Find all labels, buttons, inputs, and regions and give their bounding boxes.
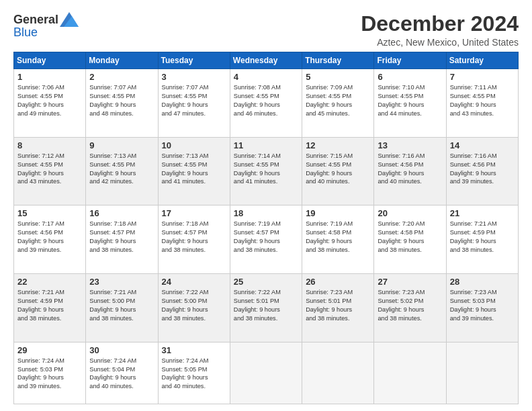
calendar-week-row: 8Sunrise: 7:12 AM Sunset: 4:55 PM Daylig… bbox=[14, 137, 519, 205]
day-info: Sunrise: 7:13 AM Sunset: 4:55 PM Dayligh… bbox=[89, 152, 154, 187]
table-row: 29Sunrise: 7:24 AM Sunset: 5:03 PM Dayli… bbox=[14, 342, 86, 404]
day-info: Sunrise: 7:07 AM Sunset: 4:55 PM Dayligh… bbox=[89, 83, 154, 118]
day-info: Sunrise: 7:20 AM Sunset: 4:58 PM Dayligh… bbox=[378, 220, 443, 255]
day-number: 20 bbox=[378, 208, 443, 218]
table-row: 16Sunrise: 7:18 AM Sunset: 4:57 PM Dayli… bbox=[86, 205, 158, 274]
day-info: Sunrise: 7:17 AM Sunset: 4:56 PM Dayligh… bbox=[17, 220, 83, 255]
logo-text: General bbox=[13, 12, 79, 27]
day-number: 12 bbox=[306, 140, 371, 150]
day-info: Sunrise: 7:23 AM Sunset: 5:01 PM Dayligh… bbox=[306, 288, 371, 323]
day-info: Sunrise: 7:09 AM Sunset: 4:55 PM Dayligh… bbox=[306, 83, 371, 118]
table-row: 9Sunrise: 7:13 AM Sunset: 4:55 PM Daylig… bbox=[86, 137, 158, 205]
table-row: 4Sunrise: 7:08 AM Sunset: 4:55 PM Daylig… bbox=[230, 69, 302, 138]
day-number: 30 bbox=[89, 345, 154, 355]
header-friday: Friday bbox=[374, 52, 446, 69]
day-info: Sunrise: 7:22 AM Sunset: 5:01 PM Dayligh… bbox=[234, 288, 299, 323]
table-row: 8Sunrise: 7:12 AM Sunset: 4:55 PM Daylig… bbox=[14, 137, 86, 205]
logo-general: General bbox=[13, 13, 58, 27]
page: General Blue December 2024 Aztec, New Me… bbox=[0, 0, 532, 411]
day-info: Sunrise: 7:21 AM Sunset: 5:00 PM Dayligh… bbox=[89, 288, 154, 323]
table-row: 26Sunrise: 7:23 AM Sunset: 5:01 PM Dayli… bbox=[302, 274, 374, 342]
header-thursday: Thursday bbox=[302, 52, 374, 69]
day-number: 6 bbox=[378, 72, 443, 82]
day-number: 23 bbox=[89, 277, 154, 287]
day-number: 10 bbox=[162, 140, 227, 150]
table-row: 11Sunrise: 7:14 AM Sunset: 4:55 PM Dayli… bbox=[230, 137, 302, 205]
day-number: 1 bbox=[17, 72, 83, 82]
day-info: Sunrise: 7:19 AM Sunset: 4:58 PM Dayligh… bbox=[306, 220, 371, 255]
title-block: December 2024 Aztec, New Mexico, United … bbox=[361, 12, 519, 48]
day-info: Sunrise: 7:23 AM Sunset: 5:02 PM Dayligh… bbox=[378, 288, 443, 323]
table-row bbox=[374, 342, 446, 404]
subtitle: Aztec, New Mexico, United States bbox=[361, 37, 519, 48]
calendar-week-row: 15Sunrise: 7:17 AM Sunset: 4:56 PM Dayli… bbox=[14, 205, 519, 274]
table-row: 24Sunrise: 7:22 AM Sunset: 5:00 PM Dayli… bbox=[158, 274, 230, 342]
table-row: 30Sunrise: 7:24 AM Sunset: 5:04 PM Dayli… bbox=[86, 342, 158, 404]
day-number: 13 bbox=[378, 140, 443, 150]
day-number: 7 bbox=[450, 72, 515, 82]
day-number: 14 bbox=[450, 140, 515, 150]
day-info: Sunrise: 7:24 AM Sunset: 5:05 PM Dayligh… bbox=[162, 357, 227, 392]
table-row: 25Sunrise: 7:22 AM Sunset: 5:01 PM Dayli… bbox=[230, 274, 302, 342]
header-tuesday: Tuesday bbox=[158, 52, 230, 69]
calendar-header-row: Sunday Monday Tuesday Wednesday Thursday… bbox=[14, 52, 519, 69]
day-info: Sunrise: 7:21 AM Sunset: 4:59 PM Dayligh… bbox=[17, 288, 83, 323]
day-number: 4 bbox=[234, 72, 299, 82]
day-number: 9 bbox=[89, 140, 154, 150]
day-info: Sunrise: 7:21 AM Sunset: 4:59 PM Dayligh… bbox=[450, 220, 515, 255]
table-row bbox=[446, 342, 518, 404]
day-number: 27 bbox=[378, 277, 443, 287]
main-title: December 2024 bbox=[361, 12, 519, 36]
table-row: 17Sunrise: 7:18 AM Sunset: 4:57 PM Dayli… bbox=[158, 205, 230, 274]
table-row: 31Sunrise: 7:24 AM Sunset: 5:05 PM Dayli… bbox=[158, 342, 230, 404]
day-info: Sunrise: 7:19 AM Sunset: 4:57 PM Dayligh… bbox=[234, 220, 299, 255]
day-number: 16 bbox=[89, 208, 154, 218]
header-wednesday: Wednesday bbox=[230, 52, 302, 69]
logo-blue: Blue bbox=[13, 26, 38, 39]
day-number: 19 bbox=[306, 208, 371, 218]
calendar-table: Sunday Monday Tuesday Wednesday Thursday… bbox=[13, 52, 519, 404]
day-info: Sunrise: 7:07 AM Sunset: 4:55 PM Dayligh… bbox=[162, 83, 227, 118]
day-number: 15 bbox=[17, 208, 83, 218]
day-info: Sunrise: 7:24 AM Sunset: 5:04 PM Dayligh… bbox=[89, 357, 154, 392]
logo: General Blue bbox=[13, 12, 79, 40]
day-number: 2 bbox=[89, 72, 154, 82]
logo-icon bbox=[60, 12, 79, 27]
table-row: 21Sunrise: 7:21 AM Sunset: 4:59 PM Dayli… bbox=[446, 205, 518, 274]
table-row: 28Sunrise: 7:23 AM Sunset: 5:03 PM Dayli… bbox=[446, 274, 518, 342]
day-number: 11 bbox=[234, 140, 299, 150]
day-info: Sunrise: 7:11 AM Sunset: 4:55 PM Dayligh… bbox=[450, 83, 515, 118]
day-number: 25 bbox=[234, 277, 299, 287]
day-info: Sunrise: 7:16 AM Sunset: 4:56 PM Dayligh… bbox=[378, 152, 443, 187]
day-info: Sunrise: 7:13 AM Sunset: 4:55 PM Dayligh… bbox=[162, 152, 227, 187]
table-row bbox=[230, 342, 302, 404]
day-number: 5 bbox=[306, 72, 371, 82]
table-row: 7Sunrise: 7:11 AM Sunset: 4:55 PM Daylig… bbox=[446, 69, 518, 138]
table-row: 20Sunrise: 7:20 AM Sunset: 4:58 PM Dayli… bbox=[374, 205, 446, 274]
day-number: 24 bbox=[162, 277, 227, 287]
day-info: Sunrise: 7:18 AM Sunset: 4:57 PM Dayligh… bbox=[162, 220, 227, 255]
day-number: 26 bbox=[306, 277, 371, 287]
day-info: Sunrise: 7:14 AM Sunset: 4:55 PM Dayligh… bbox=[234, 152, 299, 187]
table-row: 2Sunrise: 7:07 AM Sunset: 4:55 PM Daylig… bbox=[86, 69, 158, 138]
day-info: Sunrise: 7:24 AM Sunset: 5:03 PM Dayligh… bbox=[17, 357, 83, 392]
day-info: Sunrise: 7:23 AM Sunset: 5:03 PM Dayligh… bbox=[450, 288, 515, 323]
header-sunday: Sunday bbox=[14, 52, 86, 69]
day-number: 21 bbox=[450, 208, 515, 218]
day-number: 31 bbox=[162, 345, 227, 355]
day-number: 17 bbox=[162, 208, 227, 218]
day-number: 28 bbox=[450, 277, 515, 287]
table-row: 22Sunrise: 7:21 AM Sunset: 4:59 PM Dayli… bbox=[14, 274, 86, 342]
table-row: 1Sunrise: 7:06 AM Sunset: 4:55 PM Daylig… bbox=[14, 69, 86, 138]
day-info: Sunrise: 7:16 AM Sunset: 4:56 PM Dayligh… bbox=[450, 152, 515, 187]
table-row: 14Sunrise: 7:16 AM Sunset: 4:56 PM Dayli… bbox=[446, 137, 518, 205]
table-row: 5Sunrise: 7:09 AM Sunset: 4:55 PM Daylig… bbox=[302, 69, 374, 138]
table-row: 23Sunrise: 7:21 AM Sunset: 5:00 PM Dayli… bbox=[86, 274, 158, 342]
day-info: Sunrise: 7:15 AM Sunset: 4:55 PM Dayligh… bbox=[306, 152, 371, 187]
calendar-week-row: 1Sunrise: 7:06 AM Sunset: 4:55 PM Daylig… bbox=[14, 69, 519, 138]
day-info: Sunrise: 7:12 AM Sunset: 4:55 PM Dayligh… bbox=[17, 152, 83, 187]
table-row: 19Sunrise: 7:19 AM Sunset: 4:58 PM Dayli… bbox=[302, 205, 374, 274]
day-info: Sunrise: 7:10 AM Sunset: 4:55 PM Dayligh… bbox=[378, 83, 443, 118]
table-row: 3Sunrise: 7:07 AM Sunset: 4:55 PM Daylig… bbox=[158, 69, 230, 138]
table-row: 6Sunrise: 7:10 AM Sunset: 4:55 PM Daylig… bbox=[374, 69, 446, 138]
